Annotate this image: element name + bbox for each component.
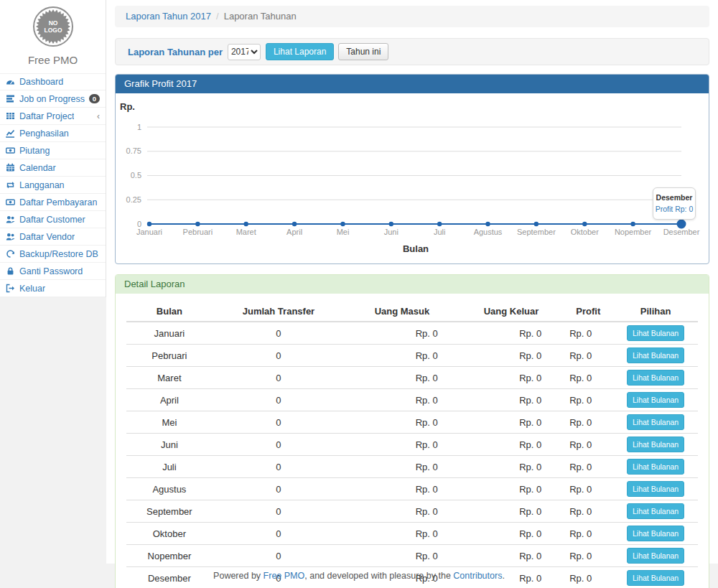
cell-profit: Rp. 0 bbox=[563, 367, 613, 389]
cell-pilihan: Lihat Bulanan bbox=[613, 411, 698, 434]
sidebar-item-label: Penghasilan bbox=[19, 129, 69, 139]
cell-pilihan: Lihat Bulanan bbox=[613, 478, 698, 500]
chart-point-april[interactable] bbox=[292, 222, 297, 226]
chart-ylabel: Rp. bbox=[120, 101, 135, 112]
sidebar-item-label: Daftar Pembayaran bbox=[19, 197, 97, 207]
lihat-bulanan-button-mei[interactable]: Lihat Bulanan bbox=[627, 414, 684, 430]
users-icon bbox=[5, 215, 15, 224]
cell-jumlah-transfer: 0 bbox=[213, 322, 345, 345]
job-count-badge: 0 bbox=[89, 94, 100, 103]
table-header-row: BulanJumlah TransferUang MasukUang Kelua… bbox=[126, 302, 698, 322]
x-tick-label: September bbox=[517, 228, 556, 236]
cell-pilihan: Lihat Bulanan bbox=[613, 389, 698, 411]
cell-uang-masuk: Rp. 0 bbox=[345, 322, 460, 345]
sidebar-item-label: Calendar bbox=[19, 163, 56, 173]
sidebar-item-langganan[interactable]: Langganan bbox=[0, 177, 106, 194]
lihat-laporan-button[interactable]: Lihat Laporan bbox=[266, 43, 334, 60]
main-content: Laporan Tahun 2017/Laporan Tahunan Lapor… bbox=[106, 0, 718, 564]
table-row-september: September0Rp. 0Rp. 0Rp. 0Lihat Bulanan bbox=[126, 500, 698, 523]
breadcrumb-link-laporan-tahun[interactable]: Laporan Tahun 2017 bbox=[126, 11, 211, 22]
chevron-left-icon: ‹ bbox=[97, 112, 100, 121]
sidebar-item-job-on-progress[interactable]: Job on Progress0 bbox=[0, 90, 106, 108]
chart-tooltip: Desember Profit Rp: 0 bbox=[653, 187, 696, 220]
cell-jumlah-transfer: 0 bbox=[213, 478, 345, 500]
lihat-bulanan-button-januari[interactable]: Lihat Bulanan bbox=[627, 325, 684, 341]
sidebar-item-dashboard[interactable]: Dashboard bbox=[0, 73, 106, 90]
cell-uang-masuk: Rp. 0 bbox=[345, 389, 460, 411]
chart-point-mei[interactable] bbox=[340, 222, 345, 226]
chart-point-juli[interactable] bbox=[437, 222, 442, 226]
lihat-bulanan-button-september[interactable]: Lihat Bulanan bbox=[627, 503, 684, 519]
cell-pilihan: Lihat Bulanan bbox=[613, 500, 698, 523]
chart-point-maret[interactable] bbox=[244, 222, 248, 226]
chart-point-pebruari[interactable] bbox=[195, 222, 200, 226]
lihat-bulanan-button-juli[interactable]: Lihat Bulanan bbox=[627, 459, 684, 475]
chart-point-juni[interactable] bbox=[389, 222, 393, 226]
sidebar-item-piutang[interactable]: Piutang bbox=[0, 142, 106, 159]
sidebar-item-label: Daftar Project bbox=[19, 111, 74, 121]
x-tick-label: April bbox=[286, 228, 302, 236]
sign-out-icon bbox=[5, 284, 15, 293]
tahun-ini-button[interactable]: Tahun ini bbox=[338, 43, 388, 60]
table-row-april: April0Rp. 0Rp. 0Rp. 0Lihat Bulanan bbox=[126, 389, 698, 411]
sidebar-item-daftar-customer[interactable]: Daftar Customer bbox=[0, 211, 106, 228]
breadcrumb-active: Laporan Tahunan bbox=[224, 11, 297, 22]
detail-panel-title: Detail Laporan bbox=[116, 275, 709, 294]
cell-bulan: April bbox=[126, 389, 213, 411]
footer-text: Powered by bbox=[213, 571, 263, 581]
cell-bulan: Oktober bbox=[126, 523, 213, 545]
cell-jumlah-transfer: 0 bbox=[213, 523, 345, 545]
sidebar: NOLOGO Free PMO DashboardJob on Progress… bbox=[0, 0, 106, 297]
sidebar-menu: DashboardJob on Progress0Daftar Project‹… bbox=[0, 73, 106, 297]
chart-point-oktober[interactable] bbox=[582, 222, 587, 226]
profit-chart-panel: Grafik Profit 2017 Rp.00.250.50.751Janua… bbox=[115, 74, 709, 264]
lihat-bulanan-button-maret[interactable]: Lihat Bulanan bbox=[627, 370, 684, 386]
sidebar-item-backup-restore-db[interactable]: Backup/Restore DB bbox=[0, 246, 106, 263]
cell-jumlah-transfer: 0 bbox=[213, 367, 345, 389]
table-row-januari: Januari0Rp. 0Rp. 0Rp. 0Lihat Bulanan bbox=[126, 322, 698, 345]
lihat-bulanan-button-oktober[interactable]: Lihat Bulanan bbox=[627, 526, 684, 541]
table-row-pebruari: Pebruari0Rp. 0Rp. 0Rp. 0Lihat Bulanan bbox=[126, 345, 698, 367]
sidebar-item-label: Piutang bbox=[19, 146, 50, 156]
free-pmo-link[interactable]: Free PMO bbox=[264, 571, 305, 581]
sidebar-item-label: Langganan bbox=[19, 180, 65, 190]
chart-point-agustus[interactable] bbox=[485, 222, 490, 226]
cell-uang-masuk: Rp. 0 bbox=[345, 478, 460, 500]
chart-point-nopember[interactable] bbox=[630, 222, 635, 226]
x-tick-label: Pebruari bbox=[183, 228, 213, 236]
sidebar-item-daftar-project[interactable]: Daftar Project‹ bbox=[0, 108, 106, 125]
users-icon bbox=[5, 232, 15, 241]
sidebar-item-label: Keluar bbox=[19, 284, 45, 294]
sidebar-item-daftar-pembayaran[interactable]: Daftar Pembayaran bbox=[0, 194, 106, 211]
chart-panel-title: Grafik Profit 2017 bbox=[116, 75, 709, 93]
cell-uang-keluar: Rp. 0 bbox=[460, 434, 564, 456]
x-tick-label: Oktober bbox=[571, 228, 599, 236]
report-filter-bar: Laporan Tahunan per 2017 Lihat Laporan T… bbox=[115, 38, 709, 65]
chart-point-september[interactable] bbox=[534, 222, 538, 226]
cell-uang-keluar: Rp. 0 bbox=[460, 389, 564, 411]
footer-text-suffix: . bbox=[502, 571, 504, 581]
year-select[interactable]: 2017 bbox=[228, 44, 261, 60]
cell-uang-masuk: Rp. 0 bbox=[345, 456, 460, 478]
sidebar-item-ganti-password[interactable]: Ganti Password bbox=[0, 263, 106, 280]
x-tick-label: Juni bbox=[384, 228, 398, 236]
chart-point-januari[interactable] bbox=[147, 222, 151, 226]
sidebar-item-keluar[interactable]: Keluar bbox=[0, 280, 106, 297]
money-icon bbox=[5, 197, 15, 207]
sidebar-item-label: Dashboard bbox=[19, 77, 63, 87]
cell-jumlah-transfer: 0 bbox=[213, 345, 345, 367]
cell-uang-keluar: Rp. 0 bbox=[460, 367, 564, 389]
cell-bulan: Maret bbox=[126, 367, 213, 389]
lihat-bulanan-button-april[interactable]: Lihat Bulanan bbox=[627, 392, 684, 408]
cell-uang-masuk: Rp. 0 bbox=[345, 434, 460, 456]
contributors-link[interactable]: Contributors bbox=[453, 571, 502, 581]
sidebar-item-calendar[interactable]: Calendar bbox=[0, 159, 106, 177]
cell-uang-keluar: Rp. 0 bbox=[460, 478, 564, 500]
sidebar-item-penghasilan[interactable]: Penghasilan bbox=[0, 125, 106, 142]
lihat-bulanan-button-juni[interactable]: Lihat Bulanan bbox=[627, 437, 684, 452]
lihat-bulanan-button-nopember[interactable]: Lihat Bulanan bbox=[627, 548, 684, 564]
retweet-icon bbox=[5, 180, 15, 190]
lihat-bulanan-button-pebruari[interactable]: Lihat Bulanan bbox=[627, 347, 684, 363]
sidebar-item-daftar-vendor[interactable]: Daftar Vendor bbox=[0, 228, 106, 246]
lihat-bulanan-button-agustus[interactable]: Lihat Bulanan bbox=[627, 481, 684, 497]
